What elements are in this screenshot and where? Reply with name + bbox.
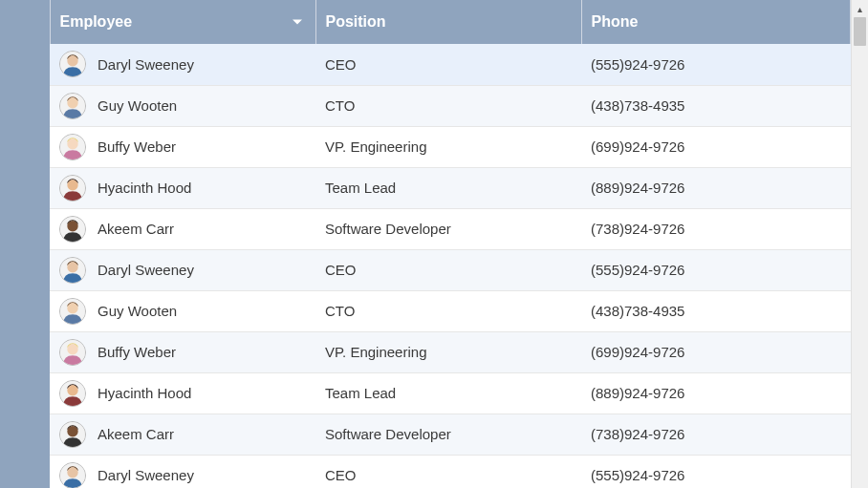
avatar <box>59 51 86 77</box>
row-gutter <box>0 249 50 290</box>
table-row[interactable]: Hyacinth HoodTeam Lead(889)924-9726 <box>0 167 851 208</box>
cell-employee: Buffy Weber <box>50 126 315 167</box>
cell-position: CTO <box>315 290 581 331</box>
avatar <box>59 462 86 489</box>
row-gutter <box>0 44 50 85</box>
cell-employee: Akeem Carr <box>50 208 315 249</box>
grid-body: Employee Position Phone Daryl SweeneyCEO… <box>0 0 851 488</box>
scrollbar-thumb[interactable] <box>854 17 866 46</box>
column-header-employee[interactable]: Employee <box>50 0 315 44</box>
avatar <box>59 421 86 448</box>
sort-desc-icon <box>293 20 302 25</box>
table-row[interactable]: Akeem CarrSoftware Developer(738)924-972… <box>0 208 851 249</box>
table-row[interactable]: Akeem CarrSoftware Developer(738)924-972… <box>0 414 851 455</box>
table-row[interactable]: Daryl SweeneyCEO(555)924-9726 <box>0 455 851 488</box>
employee-name: Akeem Carr <box>98 426 174 442</box>
header-gutter <box>0 0 50 44</box>
cell-position: Team Lead <box>315 372 581 414</box>
column-label: Phone <box>592 13 639 30</box>
column-header-position[interactable]: Position <box>315 0 581 44</box>
avatar <box>59 216 86 243</box>
cell-position: CTO <box>315 85 581 126</box>
cell-phone: (699)924-9726 <box>581 331 851 372</box>
cell-phone: (438)738-4935 <box>581 85 851 126</box>
cell-employee: Daryl Sweeney <box>50 455 315 488</box>
cell-position: CEO <box>315 44 581 85</box>
row-gutter <box>0 290 50 331</box>
column-header-phone[interactable]: Phone <box>581 0 851 44</box>
cell-employee: Guy Wooten <box>50 290 315 331</box>
avatar <box>59 93 86 119</box>
cell-position: VP. Engineering <box>315 331 581 372</box>
cell-employee: Hyacinth Hood <box>50 372 315 414</box>
employee-name: Hyacinth Hood <box>98 385 191 401</box>
row-gutter <box>0 455 50 488</box>
cell-position: Team Lead <box>315 167 581 208</box>
row-gutter <box>0 208 50 249</box>
employee-name: Hyacinth Hood <box>98 180 191 196</box>
scroll-up-icon[interactable]: ▴ <box>852 0 868 17</box>
avatar <box>59 134 86 160</box>
table-row[interactable]: Daryl SweeneyCEO(555)924-9726 <box>0 44 851 85</box>
avatar <box>59 257 86 284</box>
row-gutter <box>0 85 50 126</box>
table-header: Employee Position Phone <box>0 0 851 44</box>
table-row[interactable]: Buffy WeberVP. Engineering(699)924-9726 <box>0 126 851 167</box>
employee-name: Buffy Weber <box>98 344 176 360</box>
avatar <box>59 298 86 325</box>
cell-position: Software Developer <box>315 414 581 455</box>
cell-employee: Akeem Carr <box>50 414 315 455</box>
row-gutter <box>0 331 50 372</box>
table-body: Daryl SweeneyCEO(555)924-9726 Guy Wooten… <box>0 44 851 488</box>
employee-name: Akeem Carr <box>98 221 174 237</box>
employee-grid: Employee Position Phone Daryl SweeneyCEO… <box>0 0 868 488</box>
table-row[interactable]: Hyacinth HoodTeam Lead(889)924-9726 <box>0 372 851 414</box>
employee-name: Daryl Sweeney <box>98 56 194 73</box>
table-row[interactable]: Guy WootenCTO(438)738-4935 <box>0 290 851 331</box>
cell-position: CEO <box>315 455 581 488</box>
cell-phone: (738)924-9726 <box>581 414 851 455</box>
cell-phone: (889)924-9726 <box>581 372 851 414</box>
employee-name: Buffy Weber <box>98 138 176 155</box>
cell-phone: (699)924-9726 <box>581 126 851 167</box>
cell-position: CEO <box>315 249 581 290</box>
cell-phone: (555)924-9726 <box>581 44 851 85</box>
employee-name: Daryl Sweeney <box>98 467 194 483</box>
cell-position: Software Developer <box>315 208 581 249</box>
cell-employee: Daryl Sweeney <box>50 44 315 85</box>
cell-employee: Daryl Sweeney <box>50 249 315 290</box>
row-gutter <box>0 167 50 208</box>
row-gutter <box>0 414 50 455</box>
cell-employee: Buffy Weber <box>50 331 315 372</box>
cell-phone: (738)924-9726 <box>581 208 851 249</box>
employee-name: Guy Wooten <box>98 303 177 319</box>
employee-name: Daryl Sweeney <box>98 262 194 278</box>
vertical-scrollbar[interactable]: ▴ <box>851 0 868 488</box>
table-row[interactable]: Daryl SweeneyCEO(555)924-9726 <box>0 249 851 290</box>
row-gutter <box>0 372 50 414</box>
cell-phone: (555)924-9726 <box>581 455 851 488</box>
cell-employee: Hyacinth Hood <box>50 167 315 208</box>
cell-phone: (555)924-9726 <box>581 249 851 290</box>
table-row[interactable]: Buffy WeberVP. Engineering(699)924-9726 <box>0 331 851 372</box>
cell-employee: Guy Wooten <box>50 85 315 126</box>
column-label: Employee <box>60 13 133 30</box>
avatar <box>59 380 86 407</box>
column-label: Position <box>326 13 386 30</box>
cell-position: VP. Engineering <box>315 126 581 167</box>
row-gutter <box>0 126 50 167</box>
avatar <box>59 175 86 202</box>
cell-phone: (889)924-9726 <box>581 167 851 208</box>
employee-name: Guy Wooten <box>98 97 177 114</box>
table-row[interactable]: Guy WootenCTO(438)738-4935 <box>0 85 851 126</box>
cell-phone: (438)738-4935 <box>581 290 851 331</box>
employee-table: Employee Position Phone Daryl SweeneyCEO… <box>0 0 851 488</box>
avatar <box>59 339 86 366</box>
